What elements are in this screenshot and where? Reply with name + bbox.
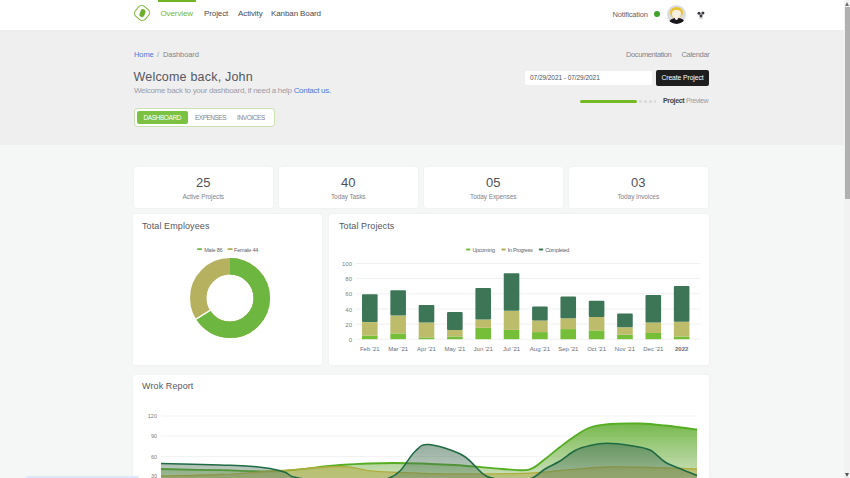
svg-text:Oct '21: Oct '21 [587, 346, 606, 352]
svg-text:20: 20 [345, 322, 352, 328]
svg-text:Nov '21: Nov '21 [615, 346, 636, 352]
svg-text:Jul '21: Jul '21 [503, 346, 521, 352]
svg-text:Sep '21: Sep '21 [558, 346, 579, 352]
svg-text:40: 40 [345, 307, 352, 313]
svg-text:Upcoming: Upcoming [472, 247, 495, 253]
svg-text:80: 80 [345, 276, 352, 282]
svg-text:Aug '21: Aug '21 [530, 346, 551, 352]
svg-text:30: 30 [151, 473, 157, 478]
svg-text:60: 60 [345, 291, 352, 297]
svg-text:Apr '21: Apr '21 [417, 346, 436, 352]
svg-text:Dec '21: Dec '21 [643, 346, 664, 352]
svg-text:Jun '21: Jun '21 [474, 346, 494, 352]
svg-text:0: 0 [349, 337, 353, 343]
svg-text:90: 90 [151, 433, 157, 439]
svg-text:100: 100 [342, 261, 353, 267]
svg-text:Completed: Completed [545, 247, 569, 253]
svg-text:Feb '21: Feb '21 [360, 346, 380, 352]
svg-text:May '21: May '21 [444, 346, 465, 352]
svg-text:Female 44: Female 44 [234, 247, 258, 253]
svg-text:Male 86: Male 86 [204, 247, 222, 253]
svg-text:60: 60 [151, 454, 157, 460]
svg-text:120: 120 [148, 413, 157, 419]
svg-text:2022: 2022 [675, 346, 689, 352]
svg-text:In Progress: In Progress [508, 247, 533, 253]
svg-text:Mar '21: Mar '21 [388, 346, 408, 352]
